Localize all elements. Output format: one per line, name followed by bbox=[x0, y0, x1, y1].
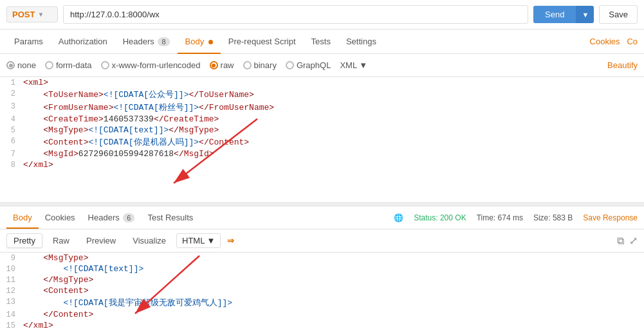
resp-tab-cookies[interactable]: Cookies bbox=[39, 208, 82, 229]
format-action-button[interactable]: ⇒ bbox=[227, 236, 234, 245]
body-options-bar: none form-data x-www-form-urlencoded raw… bbox=[0, 54, 644, 77]
tab-body[interactable]: Body bbox=[178, 30, 221, 54]
radio-none[interactable]: none bbox=[6, 60, 36, 70]
radio-circle-none bbox=[6, 61, 15, 69]
req-line-8: 8 </xml> bbox=[0, 159, 644, 170]
resp-line-13: 13 <![CDATA[我是宇宙超级无敌可爱鸡气人]]> bbox=[0, 296, 644, 309]
resp-line-9: 9 <MsgType> bbox=[0, 253, 644, 263]
method-value: POST bbox=[12, 10, 35, 19]
request-code-editor[interactable]: 1 <xml> 2 <ToUserName><![CDATA[公众号]]></T… bbox=[0, 77, 644, 202]
response-tab-bar: Body Cookies Headers 6 Test Results 🌐 St… bbox=[0, 206, 644, 229]
format-visualize-button[interactable]: Visualize bbox=[126, 234, 172, 247]
tab-settings[interactable]: Settings bbox=[338, 30, 384, 54]
resp-format-right: ⧉ ⤢ bbox=[617, 235, 638, 247]
body-dot bbox=[208, 40, 213, 44]
req-line-5: 5 <MsgType><![CDATA[text]]></MsgType> bbox=[0, 125, 644, 136]
resp-line-10: 10 <![CDATA[text]]> bbox=[0, 263, 644, 274]
save-response-button[interactable]: Save Response bbox=[583, 213, 638, 222]
resp-line-14: 14 </Content> bbox=[0, 309, 644, 320]
format-pretty-button[interactable]: Pretty bbox=[6, 233, 42, 248]
globe-icon: 🌐 bbox=[394, 213, 403, 222]
headers-badge: 8 bbox=[158, 37, 169, 46]
req-line-7: 7 <MsgId>6272960105994287618</MsgId> bbox=[0, 148, 644, 159]
response-meta: 🌐 Status: 200 OK Time: 674 ms Size: 583 … bbox=[394, 213, 638, 222]
request-tab-bar: Params Authorization Headers 8 Body Pre-… bbox=[0, 30, 644, 54]
response-format-arrow: ▼ bbox=[207, 236, 215, 245]
send-button[interactable]: Send bbox=[533, 6, 576, 23]
format-type-arrow: ▼ bbox=[359, 60, 367, 70]
resp-tab-body[interactable]: Body bbox=[6, 208, 39, 229]
resp-line-11: 11 </MsgType> bbox=[0, 274, 644, 285]
beautify-button[interactable]: Beautify bbox=[607, 60, 638, 70]
response-format-value: HTML bbox=[182, 236, 205, 245]
radio-urlencoded[interactable]: x-www-form-urlencoded bbox=[101, 60, 201, 70]
response-code-editor[interactable]: 9 <MsgType> 10 <![CDATA[text]]> 11 </Msg… bbox=[0, 253, 644, 329]
save-button[interactable]: Save bbox=[599, 5, 638, 24]
tab-pre-request-script[interactable]: Pre-request Script bbox=[221, 30, 304, 54]
size-value: Size: 583 B bbox=[533, 213, 573, 222]
method-select[interactable]: POST ▼ bbox=[6, 6, 58, 22]
toolbar: POST ▼ Send ▼ Save bbox=[0, 0, 644, 30]
resp-headers-badge: 6 bbox=[123, 213, 134, 222]
send-dropdown-button[interactable]: ▼ bbox=[576, 6, 594, 23]
req-line-2: 2 <ToUserName><![CDATA[公众号]]></ToUserNam… bbox=[0, 88, 644, 101]
radio-circle-form-data bbox=[45, 61, 53, 69]
format-preview-button[interactable]: Preview bbox=[80, 234, 122, 247]
tab-params[interactable]: Params bbox=[6, 30, 51, 54]
time-value: Time: 674 ms bbox=[477, 213, 523, 222]
radio-raw[interactable]: raw bbox=[210, 60, 234, 70]
tab-headers[interactable]: Headers 8 bbox=[115, 30, 178, 54]
method-dropdown-arrow: ▼ bbox=[37, 11, 44, 18]
resp-tab-headers[interactable]: Headers 6 bbox=[82, 208, 142, 229]
format-type-value: XML bbox=[340, 60, 357, 70]
radio-form-data[interactable]: form-data bbox=[45, 60, 92, 70]
format-type-select[interactable]: XML ▼ bbox=[340, 60, 367, 70]
cookies-link[interactable]: Cookies Co bbox=[590, 37, 638, 46]
response-editor-container: 9 <MsgType> 10 <![CDATA[text]]> 11 </Msg… bbox=[0, 253, 644, 329]
send-btn-group: Send ▼ bbox=[533, 6, 594, 23]
url-input[interactable] bbox=[63, 5, 528, 24]
resp-line-15: 15 </xml> bbox=[0, 320, 644, 329]
radio-circle-binary bbox=[243, 61, 252, 69]
radio-graphql[interactable]: GraphQL bbox=[286, 60, 331, 70]
copy-button[interactable]: ⧉ bbox=[617, 235, 624, 247]
status-badge: Status: 200 OK bbox=[414, 213, 466, 222]
response-format-select[interactable]: HTML ▼ bbox=[176, 233, 221, 248]
radio-binary[interactable]: binary bbox=[243, 60, 277, 70]
radio-circle-urlencoded bbox=[101, 61, 109, 69]
req-line-4: 4 <CreateTime>1460537339</CreateTime> bbox=[0, 114, 644, 125]
req-line-3: 3 <FromUserName><![CDATA[粉丝号]]></FromUse… bbox=[0, 101, 644, 114]
expand-button[interactable]: ⤢ bbox=[629, 235, 638, 247]
radio-circle-raw bbox=[210, 61, 218, 69]
req-line-6: 6 <Content><![CDATA[你是机器人吗]]></Content> bbox=[0, 136, 644, 148]
tab-tests[interactable]: Tests bbox=[304, 30, 338, 54]
radio-circle-graphql bbox=[286, 61, 294, 69]
resp-tab-test-results[interactable]: Test Results bbox=[141, 208, 199, 229]
resp-line-12: 12 <Content> bbox=[0, 285, 644, 296]
request-editor-container: 1 <xml> 2 <ToUserName><![CDATA[公众号]]></T… bbox=[0, 77, 644, 202]
tab-authorization[interactable]: Authorization bbox=[51, 30, 115, 54]
response-format-bar: Pretty Raw Preview Visualize HTML ▼ ⇒ ⧉ … bbox=[0, 229, 644, 253]
format-raw-button[interactable]: Raw bbox=[46, 234, 76, 247]
req-line-1: 1 <xml> bbox=[0, 77, 644, 88]
